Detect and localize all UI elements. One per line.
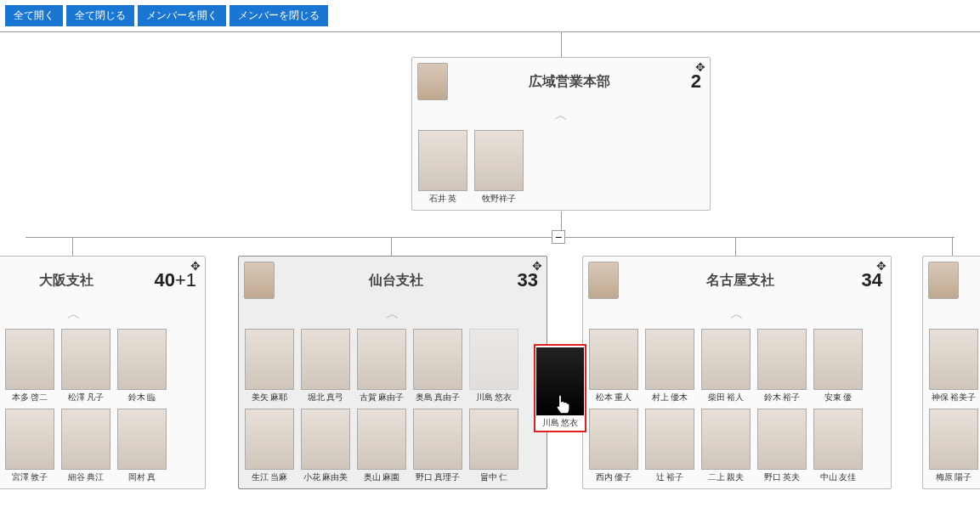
avatar [813,409,863,470]
member-count: 33 [518,269,541,291]
org-card-nagoya[interactable]: ✥ 名古屋支社 34 ︿ 松本 重人村上 優木柴田 裕人鈴木 裕子安東 優 西内… [582,256,892,489]
dragging-member[interactable]: 川島 悠衣 [534,344,586,432]
member-grid: 松本 重人村上 優木柴田 裕人鈴木 裕子安東 優 [583,329,891,409]
member-item[interactable]: 柴田 裕人 [700,329,751,403]
member-name: 鈴木 裕子 [764,392,801,403]
member-item[interactable]: 鈴木 臨 [116,329,167,403]
member-name: 松澤 凡子 [68,392,105,403]
member-item[interactable]: 二上 親夫 [700,409,751,483]
avatar [757,409,807,470]
member-item[interactable]: 細谷 典江 [60,409,111,483]
member-item[interactable]: 畠中 仁 [468,409,519,483]
member-grid: 西内 優子辻 裕子二上 親夫野口 英夫中山 友佳 [583,409,891,488]
member-name: 安東 優 [824,392,853,403]
member-item[interactable]: 辻 裕子 [644,409,695,483]
org-card-parent[interactable]: ✥ 広域営業本部 2 ︿ 石井 英牧野祥子 [411,57,711,211]
org-card-extra[interactable]: ︿ 神保 裕美子 梅原 陽子 [922,256,980,489]
leader-avatar [928,262,959,299]
member-item[interactable]: 野口 真理子 [412,409,463,483]
member-item[interactable]: 奥山 麻園 [356,409,407,483]
chevron-up-icon[interactable]: ︿ [583,304,891,329]
member-name: 美矢 麻耶 [252,392,288,403]
member-item[interactable]: 小花 麻由美 [300,409,351,483]
member-item[interactable]: 川島 悠衣 [468,329,519,403]
member-item[interactable]: 松澤 凡子 [60,329,111,403]
chevron-up-icon[interactable]: ︿ [0,304,205,329]
member-item[interactable]: 石井 英 [417,130,468,205]
member-item[interactable]: 古賀 麻由子 [356,329,407,403]
member-item[interactable]: 安東 優 [813,329,864,403]
avatar [645,409,694,470]
member-name: 二上 親夫 [708,471,745,483]
member-item[interactable]: 野口 英夫 [756,409,807,483]
avatar [245,409,294,470]
close-members-button[interactable]: メンバーを閉じる [229,5,328,26]
member-name: 野口 英夫 [764,471,801,483]
avatar [61,329,110,390]
member-item[interactable]: 美矢 麻耶 [244,329,295,403]
member-count: 2 [691,71,705,93]
member-name: 村上 優木 [652,392,688,403]
member-item[interactable]: 本多 啓二 [4,329,55,403]
member-item[interactable]: 岡村 真 [116,409,167,483]
collapse-all-button[interactable]: 全て閉じる [66,5,134,26]
member-item[interactable]: 村上 優木 [644,329,695,403]
avatar [645,329,694,390]
avatar [701,409,751,470]
avatar [413,409,462,470]
member-name: 西内 優子 [596,471,632,483]
open-members-button[interactable]: メンバーを開く [138,5,226,26]
avatar [117,329,167,390]
member-name: 奥島 真由子 [416,392,461,403]
member-item[interactable]: 牧野祥子 [473,130,524,205]
member-item[interactable]: 堀北 真弓 [300,329,351,403]
member-name: 古賀 麻由子 [360,392,405,403]
avatar [5,329,54,390]
card-title: 名古屋支社 [619,272,862,290]
leader-avatar [417,63,448,100]
member-name: 本多 啓二 [12,392,48,403]
member-name: 奥山 麻園 [364,471,400,483]
avatar [589,329,638,390]
leader-avatar [244,262,275,299]
member-name: 生江 当麻 [252,471,288,483]
member-item[interactable]: 奥島 真由子 [412,329,463,403]
member-item[interactable]: 西内 優子 [588,409,639,483]
collapse-toggle[interactable]: − [552,230,565,244]
member-item[interactable]: 梅原 陽子 [928,409,979,483]
org-chart: − ✥ 広域営業本部 2 ︿ 石井 英牧野祥子 ✥ 大阪支社 40+1 ︿ 子本… [0,31,980,519]
chevron-up-icon[interactable]: ︿ [923,304,980,329]
member-name: 柴田 裕人 [708,392,745,403]
member-item[interactable]: 鈴木 裕子 [756,329,807,403]
avatar [245,329,294,390]
expand-all-button[interactable]: 全て開く [5,5,63,26]
avatar [301,329,350,390]
avatar [589,409,638,470]
chevron-up-icon[interactable]: ︿ [239,304,547,329]
avatar [357,329,406,390]
toolbar: 全て開く 全て閉じる メンバーを開く メンバーを閉じる [0,0,980,31]
member-name: 野口 真理子 [416,471,461,483]
member-name: 松本 重人 [596,392,632,403]
member-name: 梅原 陽子 [936,471,972,483]
avatar [536,347,584,415]
member-name: 堀北 真弓 [308,392,344,403]
member-grid: 子本多 啓二松澤 凡子鈴木 臨 [0,329,205,409]
org-card-sendai[interactable]: ✥ 仙台支社 33 ︿ 美矢 麻耶堀北 真弓古賀 麻由子奥島 真由子川島 悠衣 … [238,256,547,489]
member-item[interactable]: 中山 友佳 [813,409,864,483]
avatar [929,329,978,390]
member-name: 川島 悠衣 [542,417,579,429]
member-name: 牧野祥子 [482,193,516,205]
avatar [813,329,863,390]
member-count: 40+1 [154,269,200,291]
member-name: 中山 友佳 [820,471,857,483]
member-item[interactable]: 神保 裕美子 [928,329,979,403]
member-item[interactable]: 松本 重人 [588,329,639,403]
org-card-osaka[interactable]: ✥ 大阪支社 40+1 ︿ 子本多 啓二松澤 凡子鈴木 臨 宮澤 敦子細谷 典江… [0,256,206,489]
member-item[interactable]: 宮澤 敦子 [4,409,55,483]
avatar [418,130,467,191]
member-item[interactable]: 生江 当麻 [244,409,295,483]
avatar [469,329,518,390]
member-grid: 神保 裕美子 [923,329,980,409]
chevron-up-icon[interactable]: ︿ [412,105,710,130]
